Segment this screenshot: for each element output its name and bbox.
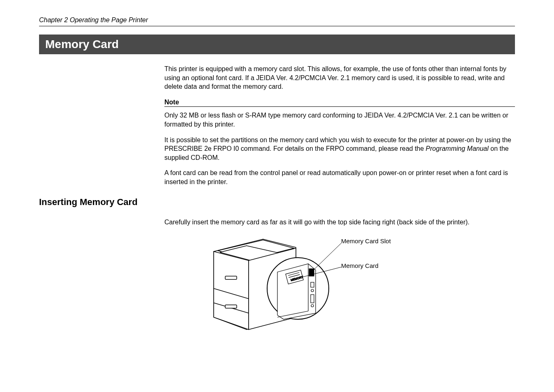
- svg-rect-3: [225, 276, 237, 279]
- svg-point-15: [311, 304, 314, 307]
- section-title: Memory Card: [45, 38, 119, 51]
- callout-memory-card-slot: Memory Card Slot: [341, 237, 391, 245]
- figure-area: MEMORY Memory Card Slot Memory Card: [164, 233, 515, 348]
- chapter-header: Chapter 2 Operating the Page Printer: [39, 16, 515, 24]
- frpo-paragraph: It is possible to set the partitions on …: [164, 136, 515, 162]
- printer-diagram: MEMORY: [205, 235, 345, 334]
- svg-point-13: [311, 289, 314, 292]
- intro-paragraph: This printer is equipped with a memory c…: [164, 65, 515, 91]
- svg-rect-2: [225, 305, 237, 308]
- note-paragraph: Only 32 MB or less flash or S-RAM type m…: [164, 111, 515, 129]
- main-content: This printer is equipped with a memory c…: [164, 65, 515, 187]
- subsection-content: Carefully insert the memory card as far …: [164, 218, 515, 348]
- callout-memory-card: Memory Card: [341, 262, 379, 270]
- font-card-paragraph: A font card can be read from the control…: [164, 168, 515, 186]
- svg-rect-12: [311, 282, 314, 287]
- header-rule: [39, 26, 515, 26]
- note-label: Note: [164, 98, 179, 107]
- insert-paragraph: Carefully insert the memory card as far …: [164, 218, 515, 227]
- section-title-bar: Memory Card: [39, 35, 515, 54]
- svg-line-16: [314, 243, 341, 270]
- note-label-row: Note: [164, 98, 515, 107]
- subsection-title: Inserting Memory Card: [39, 197, 515, 208]
- svg-rect-14: [311, 295, 314, 303]
- frpo-italic: Programming Manual: [426, 145, 489, 152]
